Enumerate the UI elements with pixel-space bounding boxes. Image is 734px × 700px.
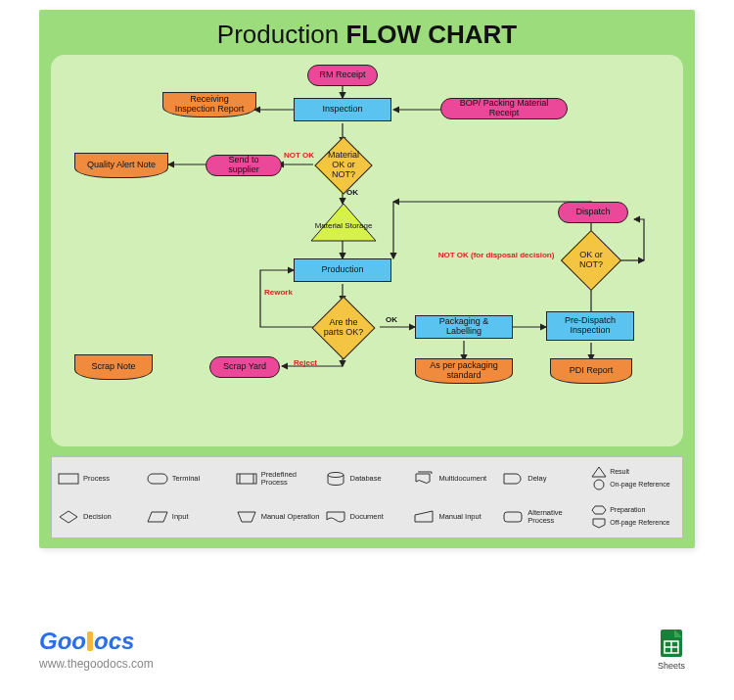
svg-marker-30 [415,511,433,522]
node-scrap-note: Scrap Note [74,354,153,380]
legend-multidoc: Multidocument [413,461,498,495]
node-parts-ok: Are the parts OK? [311,296,375,359]
node-bop: BOP/ Packing Material Receipt [440,98,568,119]
title-word-production: Production [217,20,339,49]
legend-input: Input [147,499,232,534]
svg-marker-32 [592,506,606,514]
brand-logo: Gooocs [39,628,154,655]
legend-predefined: Predefined Process [236,461,321,495]
node-material-ok: Material OK or NOT? [314,136,372,194]
node-receiving-report: Receiving Inspection Report [162,92,256,117]
brand-url: www.thegoodocs.com [39,657,154,671]
node-dispatch: Dispatch [558,202,628,223]
sheets-label: Sheets [658,661,685,671]
legend-decision: Decision [58,499,143,534]
legend-process: Process [58,461,143,495]
legend-database: Database [325,461,410,495]
node-as-per-packaging: As per packaging standard [415,358,513,384]
label-reject: Reject [294,358,317,367]
node-pdi-report: PDI Report [550,358,632,384]
title-word-flowchart: FLOW CHART [345,20,517,49]
brand-part-2: ocs [94,628,134,654]
node-inspection: Inspection [294,98,391,121]
node-production: Production [294,258,391,282]
brand-part-1: Goo [39,628,86,654]
flowchart-panel: NOT OK OK OK Rework Reject NOT OK (for d… [51,55,683,446]
label-not-ok-1: NOT OK [284,151,314,160]
node-ok-or-not: OK or NOT? [561,230,621,291]
legend-prep-offpage: Preparation Off-page Reference [591,499,676,534]
node-packaging: Packaging & Labelling [415,315,513,339]
label-ok-2: OK [386,315,397,324]
svg-marker-33 [593,519,605,528]
svg-rect-31 [504,512,522,522]
label-not-ok-disposal: NOT OK (for disposal decision) [433,251,560,259]
svg-marker-29 [238,512,255,522]
flowchart-sheet: Production FLOW CHART [39,10,695,548]
legend-result-onpage: Result On-page Reference [591,461,676,495]
google-sheets-badge: Sheets [658,628,685,671]
legend-manual-op: Manual Operation [236,499,321,534]
node-pre-dispatch: Pre-Dispatch Inspection [546,311,634,341]
svg-marker-27 [60,511,77,523]
node-quality-alert: Quality Alert Note [74,153,168,178]
svg-point-26 [594,480,604,490]
footer: Gooocs www.thegoodocs.com [39,628,154,671]
node-send-supplier: Send to supplier [206,155,282,176]
brand-bar-icon [87,631,93,651]
legend-terminal: Terminal [147,461,232,495]
legend-panel: Process Terminal Predefined Process Data… [51,456,683,538]
chart-title: Production FLOW CHART [39,10,695,56]
svg-marker-25 [592,467,606,477]
legend-delay: Delay [502,461,587,495]
node-material-storage: Material Storage [309,213,378,239]
node-scrap-yard: Scrap Yard [209,356,280,378]
legend-manual-input: Manual Input [413,499,498,534]
svg-rect-20 [148,474,167,484]
legend-alt-process: Alternative Process [502,499,587,534]
sheets-icon [659,628,684,659]
legend-document: Document [325,499,410,534]
node-rm-receipt: RM Receipt [307,65,378,86]
svg-marker-28 [148,512,167,522]
svg-rect-19 [59,474,78,484]
label-rework: Rework [264,288,293,297]
svg-point-24 [328,472,344,477]
